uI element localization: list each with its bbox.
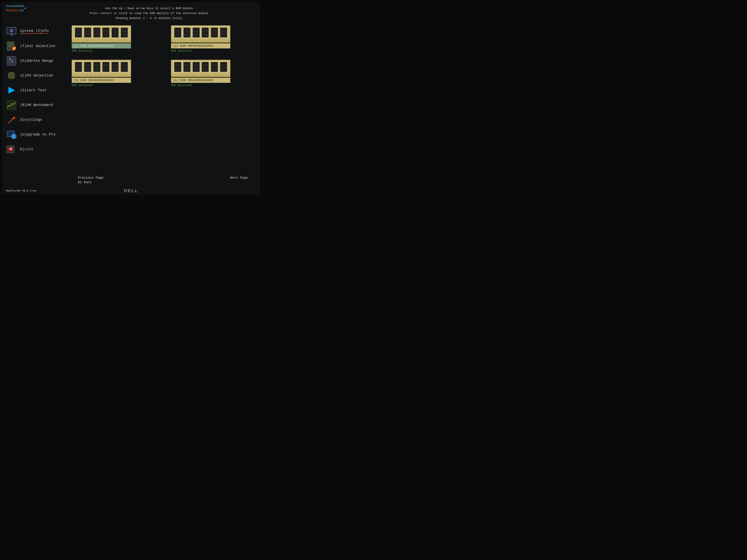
ram-chip (183, 62, 190, 72)
app-title: MemTest86™ (6, 7, 26, 12)
ram-stick-3 (72, 59, 133, 77)
address-range-label: (A)ddress Range (20, 59, 53, 63)
upgrade-label: (U)pgrade to Pro (20, 132, 55, 136)
ram-chip (174, 28, 181, 37)
ram-chip (183, 28, 190, 37)
upgrade-icon (6, 129, 17, 140)
ram-module-1[interactable]: [1] 029E CMX4GX3M1A1600C9 SPD detected (72, 24, 155, 53)
logo-area: PASSMARK MemTest86™ (6, 4, 26, 12)
ram-chip (84, 62, 91, 72)
ram-chip (93, 62, 100, 72)
exit-label: E(x)it (20, 147, 33, 151)
ram-module-4[interactable]: [4] 029E CMX4GX3M1A1600C9 SPD detected (171, 59, 254, 87)
ram-benchmark-label: (R)AM Benchmark (20, 103, 53, 107)
ram-stick-body-4 (171, 60, 230, 74)
ram-module-2[interactable]: [2] 029E CMX4GX3M1A1600C9 SPD detected (171, 24, 254, 53)
instruction-line2: Press <enter> or click to view the RAM d… (42, 11, 256, 16)
ram-label-box-2: [2] 029E CMX4GX3M1A1600C9 (171, 43, 230, 49)
svg-rect-8 (8, 46, 12, 47)
ram-stick-body-2 (171, 25, 230, 40)
svg-marker-33 (8, 87, 15, 94)
ram-label-box-4: [4] 029E CMX4GX3M1A1600C9 (171, 78, 230, 83)
svg-rect-20 (9, 74, 13, 77)
ram-chip (102, 62, 109, 72)
sidebar-item-start-test[interactable]: (S)tart Test (2, 83, 66, 97)
settings-label: S(e)ttings (20, 118, 42, 122)
system-info-icon: i (6, 26, 17, 37)
sidebar-item-exit[interactable]: ✕ E(x)it (2, 142, 66, 156)
title-tm: ™ (24, 7, 26, 11)
svg-rect-18 (11, 60, 13, 62)
svg-rect-17 (9, 58, 11, 60)
ram-chip (220, 28, 227, 37)
main-content: i System (I)nfo (2, 22, 260, 192)
exit-icon: ✕ (6, 144, 17, 155)
spd-detected-2: SPD detected (171, 49, 192, 53)
sidebar-item-upgrade[interactable]: (U)pgrade to Pro (2, 128, 66, 141)
cpu-selection-icon (6, 70, 17, 81)
ram-chip (202, 28, 209, 37)
ram-chip (121, 62, 128, 72)
svg-rect-6 (8, 43, 13, 44)
ram-chip (75, 28, 82, 37)
ram-chip (121, 28, 128, 37)
spd-detected-1: SPD detected (72, 49, 92, 53)
svg-rect-38 (13, 136, 14, 138)
previous-page-button[interactable]: Previous Page (78, 176, 103, 180)
address-range-icon (6, 55, 17, 66)
next-page-button[interactable]: Next Page (230, 176, 248, 180)
ram-label-text-1: [1] 029E CMX4GX3M1A1600C9 (74, 45, 114, 48)
ram-chip (102, 28, 109, 37)
ram-chip (111, 28, 119, 37)
ram-chip (75, 62, 82, 72)
version-text: MemTest86 V9.0 Free (6, 189, 36, 192)
ram-label-box-1: [1] 029E CMX4GX3M1A1600C9 (72, 43, 131, 49)
ram-chip (111, 62, 119, 72)
settings-icon (6, 114, 17, 125)
system-info-label: System (I)nfo (20, 29, 49, 33)
start-test-label: (S)tart Test (20, 88, 47, 92)
ram-stick-1 (72, 24, 133, 43)
sidebar: i System (I)nfo (2, 22, 66, 192)
header-instructions: Use the Up / Down arrow keys to select a… (26, 6, 256, 21)
svg-rect-7 (8, 45, 13, 46)
sidebar-item-address-range[interactable]: (A)ddress Range (2, 54, 66, 68)
go-back-button[interactable]: Go back (78, 181, 103, 184)
ram-benchmark-icon (6, 100, 17, 110)
sidebar-item-test-selection[interactable]: (T)est Selection (2, 39, 66, 53)
spd-detected-3: SPD detected (72, 84, 92, 87)
ram-chip (211, 28, 218, 37)
dell-logo: DELL (124, 188, 138, 193)
ram-chip (211, 62, 218, 72)
ram-chip (220, 62, 227, 72)
version-footer: MemTest86 V9.0 Free (6, 189, 36, 192)
ram-chip (193, 62, 200, 72)
ram-modules-grid: [1] 029E CMX4GX3M1A1600C9 SPD detected (66, 22, 260, 192)
spd-detected-4: SPD detected (171, 84, 192, 87)
sidebar-item-system-info[interactable]: i System (I)nfo (2, 24, 66, 38)
ram-chip (193, 28, 200, 37)
ram-chip (174, 62, 181, 72)
next-nav-area: Next Page (230, 176, 248, 184)
bottom-navigation: Previous Page Go back Next Page (66, 176, 260, 184)
title-mem: MemTest (6, 9, 20, 12)
ram-stick-4 (171, 59, 232, 77)
ram-chip (84, 28, 91, 37)
svg-point-9 (12, 46, 16, 50)
ram-label-text-3: [3] 029E CMX4GX3M1A1600C9 (74, 79, 114, 82)
instruction-line1: Use the Up / Down arrow keys to select a… (42, 6, 256, 11)
ram-chip (93, 28, 100, 37)
ram-label-text-2: [2] 029E CMX4GX3M1A1600C9 (173, 45, 213, 48)
passmark-label: PASSMARK (6, 4, 26, 7)
ram-stick-body-1 (72, 25, 131, 40)
main-screen: PASSMARK MemTest86™ Use the Up / Down ar… (2, 2, 260, 194)
ram-module-3[interactable]: [3] 029E CMX4GX3M1A1600C9 SPD detected (72, 59, 155, 87)
start-test-icon (6, 85, 17, 96)
sidebar-item-settings[interactable]: S(e)ttings (2, 113, 66, 127)
sidebar-item-ram-benchmark[interactable]: (R)AM Benchmark (2, 98, 66, 112)
active-underline (20, 33, 49, 34)
prev-nav-area: Previous Page Go back (78, 176, 103, 184)
sidebar-item-cpu-selection[interactable]: (C)PU Selection (2, 69, 66, 82)
ram-stick-body-3 (72, 60, 131, 74)
ram-label-text-4: [4] 029E CMX4GX3M1A1600C9 (173, 79, 213, 82)
